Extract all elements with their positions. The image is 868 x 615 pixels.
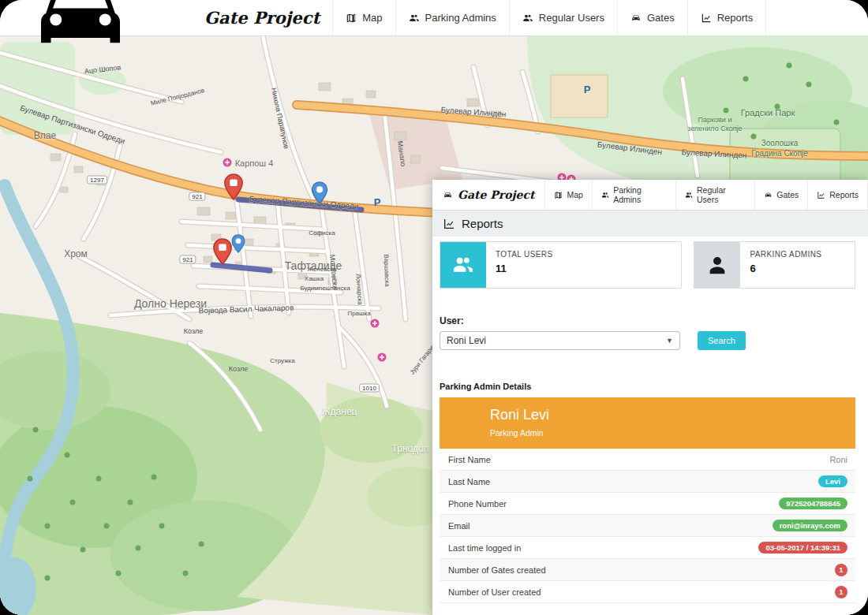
nav-item-parking-admins[interactable]: Parking Admins xyxy=(395,0,509,35)
road-ref-badge: 921 xyxy=(189,192,205,201)
user-select-label: User: xyxy=(440,315,855,326)
nav-item-gates[interactable]: Gates xyxy=(754,180,807,210)
stat-value: 6 xyxy=(750,263,821,274)
app-logo[interactable]: Gate Project xyxy=(432,180,544,210)
nav-item-label: Map xyxy=(567,190,582,199)
nav-item-map[interactable]: Map xyxy=(332,0,395,35)
nav-item-label: Map xyxy=(362,12,382,24)
nav-item-label: Gates xyxy=(647,12,675,24)
chart-icon xyxy=(817,191,825,199)
row-label: Last Name xyxy=(448,477,490,486)
nav-item-label: Regular Users xyxy=(697,185,746,204)
stat-label: TOTAL USERS xyxy=(496,250,553,259)
row-value-badge: 03-05-2017 / 14:39:31 xyxy=(758,542,847,554)
page-title-bar: Reports xyxy=(432,211,868,237)
nav-item-label: Parking Admins xyxy=(613,185,667,204)
details-title: Parking Admin Details xyxy=(440,382,855,391)
table-row: Phone Number 9725204788845 xyxy=(440,493,855,515)
user-select-section: User: Roni Levi ▼ Search xyxy=(440,315,855,350)
map-pin-gate-red[interactable] xyxy=(212,238,233,268)
users-icon xyxy=(409,13,420,24)
stat-label: PARKING ADMINS xyxy=(750,250,821,259)
row-label: Number of Gates created xyxy=(448,565,546,575)
map-pin-blue[interactable] xyxy=(311,181,328,207)
user-select[interactable]: Roni Levi ▼ xyxy=(440,331,680,350)
road-ref-badge: 921 xyxy=(179,255,196,264)
road-ref-badge: 1010 xyxy=(359,384,380,393)
nav-item-parking-admins[interactable]: Parking Admins xyxy=(592,180,675,210)
row-value-badge: Levi xyxy=(818,475,847,488)
reports-panel: Gate Project Map Parking Admins Regular … xyxy=(432,180,868,615)
admin-header: Roni Levi Parking Admin xyxy=(440,397,855,449)
table-row: First Name Roni xyxy=(440,449,855,471)
table-row: Last Name Levi xyxy=(440,471,855,493)
nav-item-label: Parking Admins xyxy=(425,12,496,24)
row-label: Phone Number xyxy=(448,499,507,509)
table-row: Number of User created 1 xyxy=(440,581,855,603)
details-table: First Name Roni Last Name Levi Phone Num… xyxy=(440,449,855,603)
table-row: Email roni@inrays.com xyxy=(440,515,855,537)
car-icon xyxy=(0,0,199,77)
nav-item-map[interactable]: Map xyxy=(544,180,591,210)
row-value: Roni xyxy=(829,455,847,464)
admin-role: Parking Admin xyxy=(490,428,855,438)
row-label: Email xyxy=(448,521,470,531)
row-value-badge: 1 xyxy=(835,586,847,598)
car-icon xyxy=(764,191,773,199)
panel-navbar: Gate Project Map Parking Admins Regular … xyxy=(432,180,868,211)
nav-item-reports[interactable]: Reports xyxy=(807,180,868,210)
nav-item-label: Reports xyxy=(717,12,754,24)
map-icon xyxy=(554,191,563,199)
users-icon xyxy=(522,13,533,24)
nav-item-label: Gates xyxy=(776,190,799,199)
table-row: Number of Gates created 1 xyxy=(440,559,855,581)
map-icon xyxy=(346,13,357,24)
parking-icon: P xyxy=(584,84,591,95)
admin-name: Roni Levi xyxy=(490,407,855,423)
main-navbar: Gate Project Map Parking Admins Regular … xyxy=(0,0,868,36)
row-label: Last time logged in xyxy=(448,543,521,553)
nav-item-gates[interactable]: Gates xyxy=(617,0,687,35)
parking-admins-card: PARKING ADMINS 6 xyxy=(694,241,855,289)
row-value-badge: 9725204788845 xyxy=(779,498,847,510)
nav-item-regular-users[interactable]: Regular Users xyxy=(509,0,617,35)
users-group-icon xyxy=(440,242,486,288)
row-value-badge: 1 xyxy=(835,564,847,576)
nav-item-regular-users[interactable]: Regular Users xyxy=(675,180,754,210)
parking-admin-details: Parking Admin Details Roni Levi Parking … xyxy=(440,382,855,603)
chart-icon xyxy=(701,13,712,24)
app-window: Gate Project Map Parking Admins Regular … xyxy=(0,0,868,615)
nav-item-label: Regular Users xyxy=(539,12,604,24)
chevron-down-icon: ▼ xyxy=(666,337,673,345)
search-button[interactable]: Search xyxy=(698,331,746,350)
stat-value: 11 xyxy=(496,263,553,274)
nav-item-label: Reports xyxy=(829,190,859,199)
user-select-value: Roni Levi xyxy=(447,335,486,346)
table-row: Last time logged in 03-05-2017 / 14:39:3… xyxy=(440,537,855,559)
chart-icon xyxy=(443,218,455,230)
nav-item-reports[interactable]: Reports xyxy=(687,0,767,35)
row-label: First Name xyxy=(448,455,491,464)
total-users-card: TOTAL USERS 11 xyxy=(440,241,682,289)
road-ref-badge: 1297 xyxy=(87,176,107,184)
app-logo-text: Gate Project xyxy=(458,188,534,201)
map-pin-blue[interactable] xyxy=(231,234,245,256)
row-label: Number of User created xyxy=(448,587,541,597)
app-logo[interactable]: Gate Project xyxy=(0,0,332,35)
app-logo-text: Gate Project xyxy=(204,8,320,28)
users-icon xyxy=(601,191,609,199)
users-icon xyxy=(685,191,693,199)
stats-row: TOTAL USERS 11 PARKING ADMINS 6 xyxy=(432,237,868,289)
map-pin-gate-red[interactable] xyxy=(223,173,244,203)
car-icon xyxy=(443,190,453,200)
page-title: Reports xyxy=(462,217,503,230)
parking-icon: P xyxy=(374,196,381,208)
person-icon xyxy=(694,242,740,288)
car-icon xyxy=(630,13,642,24)
row-value-badge: roni@inrays.com xyxy=(773,520,847,532)
